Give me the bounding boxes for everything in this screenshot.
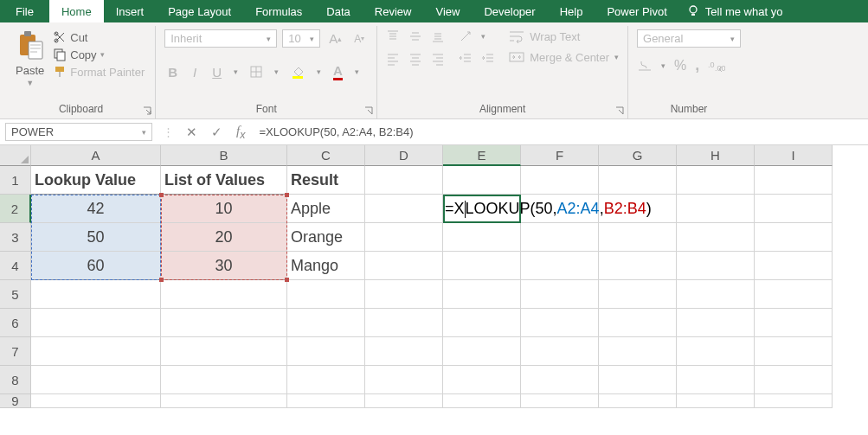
cell-b8[interactable]: [161, 366, 287, 394]
cell-a3[interactable]: 50: [31, 223, 161, 252]
cell-h1[interactable]: [677, 166, 755, 195]
cell-c6[interactable]: [287, 309, 365, 337]
cell-b3[interactable]: 20: [161, 223, 287, 252]
bold-button[interactable]: B: [164, 63, 181, 81]
cell-c2[interactable]: Apple: [287, 195, 365, 223]
fill-color-button[interactable]: [287, 63, 308, 80]
cell-c5[interactable]: [287, 280, 365, 309]
cell-h4[interactable]: [677, 252, 755, 280]
decrease-font-button[interactable]: A▾: [350, 31, 368, 47]
cell-d1[interactable]: [365, 166, 443, 195]
cell-e9[interactable]: [443, 394, 521, 408]
cell-f8[interactable]: [521, 366, 599, 394]
col-header-e[interactable]: E: [443, 145, 521, 166]
cell-b2[interactable]: 10: [161, 195, 287, 223]
cell-f6[interactable]: [521, 309, 599, 337]
accounting-format-button[interactable]: [637, 59, 653, 73]
decrease-indent-button[interactable]: [459, 52, 473, 66]
col-header-a[interactable]: A: [31, 145, 161, 166]
cell-e7[interactable]: [443, 337, 521, 366]
cell-d5[interactable]: [365, 280, 443, 309]
col-header-g[interactable]: G: [599, 145, 677, 166]
cell-g3[interactable]: [599, 223, 677, 252]
cell-i5[interactable]: [755, 280, 833, 309]
cell-f1[interactable]: [521, 166, 599, 195]
cell-a8[interactable]: [31, 366, 161, 394]
row-header-3[interactable]: 3: [0, 223, 31, 252]
cell-c1[interactable]: Result: [287, 166, 365, 195]
cell-d8[interactable]: [365, 366, 443, 394]
cell-g1[interactable]: [599, 166, 677, 195]
tab-home[interactable]: Home: [49, 0, 104, 22]
merge-center-button[interactable]: Merge & Center ▾: [509, 50, 619, 64]
cell-b9[interactable]: [161, 394, 287, 408]
cell-e5[interactable]: [443, 280, 521, 309]
row-header-9[interactable]: 9: [0, 394, 31, 408]
col-header-h[interactable]: H: [677, 145, 755, 166]
cell-edit-overlay[interactable]: =XLOOKUP(50, A2:A4, B2:B4): [445, 195, 652, 223]
cell-b4[interactable]: 30: [161, 252, 287, 280]
cell-d7[interactable]: [365, 337, 443, 366]
cell-g5[interactable]: [599, 280, 677, 309]
col-header-b[interactable]: B: [161, 145, 287, 166]
cell-h5[interactable]: [677, 280, 755, 309]
cell-i4[interactable]: [755, 252, 833, 280]
cell-e6[interactable]: [443, 309, 521, 337]
cell-d9[interactable]: [365, 394, 443, 408]
align-left-button[interactable]: [386, 52, 400, 66]
increase-indent-button[interactable]: [481, 52, 495, 66]
cell-d2[interactable]: [365, 195, 443, 223]
tab-page-layout[interactable]: Page Layout: [156, 0, 243, 22]
font-size-select[interactable]: 10▾: [282, 29, 320, 48]
cell-g8[interactable]: [599, 366, 677, 394]
orientation-button[interactable]: [459, 29, 473, 43]
tab-file[interactable]: File: [0, 0, 49, 22]
cell-h3[interactable]: [677, 223, 755, 252]
cell-d3[interactable]: [365, 223, 443, 252]
cell-f5[interactable]: [521, 280, 599, 309]
italic-button[interactable]: I: [190, 63, 200, 81]
format-painter-button[interactable]: Format Painter: [51, 64, 146, 80]
cell-a7[interactable]: [31, 337, 161, 366]
cell-a2[interactable]: 42: [31, 195, 161, 223]
cell-h6[interactable]: [677, 309, 755, 337]
align-middle-button[interactable]: [408, 29, 422, 43]
row-header-1[interactable]: 1: [0, 166, 31, 195]
wrap-text-button[interactable]: Wrap Text: [509, 29, 619, 43]
cell-g6[interactable]: [599, 309, 677, 337]
cell-c4[interactable]: Mango: [287, 252, 365, 280]
row-header-5[interactable]: 5: [0, 280, 31, 309]
cell-f4[interactable]: [521, 252, 599, 280]
cell-g7[interactable]: [599, 337, 677, 366]
cell-f7[interactable]: [521, 337, 599, 366]
fx-icon[interactable]: fx: [229, 124, 252, 141]
name-box[interactable]: POWER▾: [5, 123, 152, 141]
cell-i6[interactable]: [755, 309, 833, 337]
cell-f3[interactable]: [521, 223, 599, 252]
tab-insert[interactable]: Insert: [104, 0, 157, 22]
number-format-select[interactable]: General▾: [637, 29, 741, 48]
select-all-corner[interactable]: [0, 145, 31, 166]
increase-decimal-button[interactable]: .0.00: [708, 59, 725, 73]
col-header-c[interactable]: C: [287, 145, 365, 166]
increase-font-button[interactable]: A▴: [325, 29, 345, 48]
cancel-formula-button[interactable]: ✕: [179, 125, 204, 140]
cell-h2[interactable]: [677, 195, 755, 223]
cell-b7[interactable]: [161, 337, 287, 366]
underline-button[interactable]: U: [209, 63, 225, 81]
tab-data[interactable]: Data: [314, 0, 362, 22]
cell-g4[interactable]: [599, 252, 677, 280]
cell-i1[interactable]: [755, 166, 833, 195]
cell-i2[interactable]: [755, 195, 833, 223]
copy-button[interactable]: Copy ▾: [51, 47, 146, 62]
cell-h7[interactable]: [677, 337, 755, 366]
font-name-select[interactable]: Inherit▾: [164, 29, 277, 48]
dialog-launcher-icon[interactable]: [615, 106, 624, 115]
cell-c3[interactable]: Orange: [287, 223, 365, 252]
tell-me-search[interactable]: Tell me what yo: [686, 0, 783, 22]
dialog-launcher-icon[interactable]: [143, 106, 151, 115]
row-header-4[interactable]: 4: [0, 252, 31, 280]
cell-b1[interactable]: List of Values: [161, 166, 287, 195]
cell-b6[interactable]: [161, 309, 287, 337]
paste-button[interactable]: Paste ▼: [16, 29, 44, 87]
